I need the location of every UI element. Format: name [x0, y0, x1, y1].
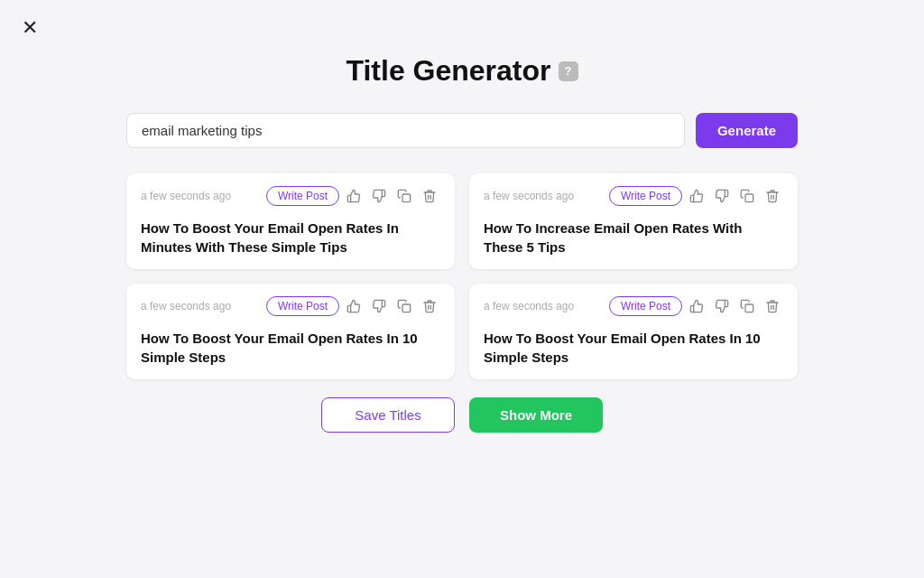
card-title: How To Increase Email Open Rates With Th…: [484, 219, 783, 256]
help-badge[interactable]: ?: [559, 61, 578, 81]
show-more-button[interactable]: Show More: [469, 397, 603, 433]
bottom-actions: Save Titles Show More: [0, 397, 924, 433]
copy-button[interactable]: [736, 297, 758, 315]
delete-button[interactable]: [762, 297, 783, 315]
card-meta: a few seconds ago: [484, 190, 574, 202]
copy-button[interactable]: [736, 187, 758, 205]
svg-rect-3: [745, 304, 753, 312]
card-header: a few seconds ago Write Post: [484, 296, 783, 316]
card-header: a few seconds ago Write Post: [141, 186, 440, 206]
generate-button[interactable]: Generate: [696, 113, 798, 148]
card-1: a few seconds ago Write Post: [126, 173, 455, 269]
delete-button[interactable]: [419, 187, 440, 205]
thumbs-down-button[interactable]: [368, 187, 390, 205]
search-bar: Generate: [0, 113, 924, 148]
page-title: Title Generator: [346, 54, 550, 88]
card-actions: Write Post: [266, 296, 440, 316]
thumbs-down-button[interactable]: [368, 297, 390, 315]
write-post-button[interactable]: Write Post: [609, 186, 682, 206]
card-actions: Write Post: [609, 296, 783, 316]
close-button[interactable]: ✕: [22, 18, 38, 38]
thumbs-up-button[interactable]: [343, 297, 365, 315]
save-titles-button[interactable]: Save Titles: [321, 397, 455, 433]
card-title: How To Boost Your Email Open Rates In Mi…: [141, 219, 440, 256]
card-actions: Write Post: [266, 186, 440, 206]
thumbs-down-button[interactable]: [711, 297, 733, 315]
card-title: How To Boost Your Email Open Rates In 10…: [141, 329, 440, 367]
thumbs-up-button[interactable]: [686, 187, 707, 205]
svg-rect-2: [402, 304, 411, 312]
card-header: a few seconds ago Write Post: [141, 296, 440, 316]
page-header: Title Generator ?: [0, 0, 924, 88]
write-post-button[interactable]: Write Post: [266, 186, 339, 206]
card-meta: a few seconds ago: [484, 300, 574, 312]
svg-rect-0: [402, 194, 411, 202]
card-header: a few seconds ago Write Post: [484, 186, 783, 206]
copy-button[interactable]: [393, 187, 415, 205]
card-3: a few seconds ago Write Post: [126, 284, 455, 379]
card-actions: Write Post: [609, 186, 783, 206]
card-meta: a few seconds ago: [141, 300, 231, 312]
thumbs-up-button[interactable]: [686, 297, 707, 315]
thumbs-down-button[interactable]: [711, 187, 733, 205]
delete-button[interactable]: [762, 187, 783, 205]
card-4: a few seconds ago Write Post: [469, 284, 798, 379]
write-post-button[interactable]: Write Post: [266, 296, 339, 316]
delete-button[interactable]: [419, 297, 440, 315]
card-meta: a few seconds ago: [141, 190, 231, 202]
search-input[interactable]: [126, 113, 685, 148]
copy-button[interactable]: [393, 297, 415, 315]
cards-grid: a few seconds ago Write Post: [0, 173, 924, 379]
card-2: a few seconds ago Write Post: [469, 173, 798, 269]
svg-rect-1: [745, 194, 753, 202]
card-title: How To Boost Your Email Open Rates In 10…: [484, 329, 783, 367]
thumbs-up-button[interactable]: [343, 187, 365, 205]
write-post-button[interactable]: Write Post: [609, 296, 682, 316]
